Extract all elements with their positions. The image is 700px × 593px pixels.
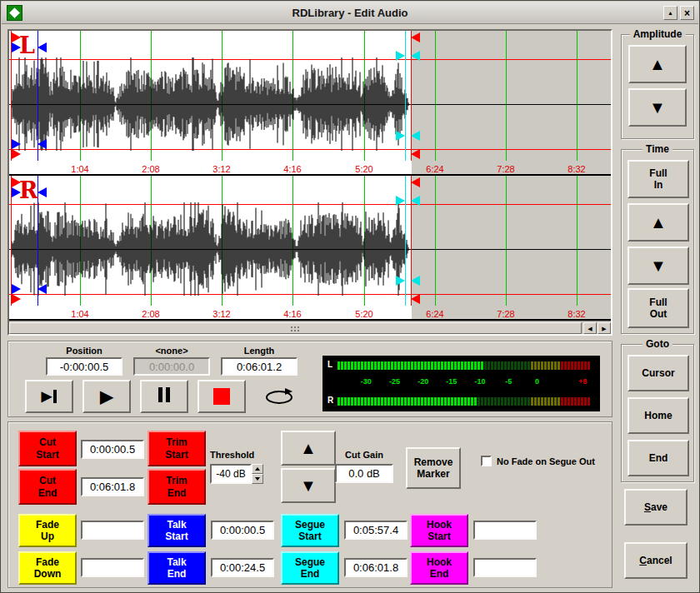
play-icon: ▶: [100, 388, 112, 405]
app-icon[interactable]: [7, 5, 22, 21]
waveform-scrollbar[interactable]: ◀ ▶: [9, 321, 611, 334]
svg-text:1:04: 1:04: [71, 164, 88, 174]
svg-text:4:16: 4:16: [283, 309, 301, 319]
marker-field: 0:00:00.0: [133, 357, 210, 376]
svg-text:6:24: 6:24: [426, 309, 443, 319]
waveform-left-channel[interactable]: 1:042:083:124:165:206:247:288:32 L: [9, 31, 611, 176]
cut-end-button[interactable]: Cut End: [18, 469, 77, 505]
goto-group: Goto Cursor Home End: [621, 344, 694, 482]
scroll-left-icon: ◀: [588, 326, 592, 331]
right-channel-label: R: [19, 177, 38, 203]
play-from-start-button[interactable]: ▶: [25, 380, 73, 413]
svg-text:2:08: 2:08: [142, 164, 159, 174]
pause-icon: [157, 387, 172, 405]
loop-icon: [263, 388, 295, 405]
svg-text:5:20: 5:20: [355, 164, 372, 174]
down-triangle-icon: ▼: [650, 257, 667, 274]
gain-down-button[interactable]: ▼: [281, 468, 336, 503]
time-zoom-out-button[interactable]: ▼: [628, 247, 689, 285]
down-triangle-icon: ▼: [300, 477, 317, 494]
talk-end-button[interactable]: Talk End: [148, 551, 206, 585]
threshold-label: Threshold: [210, 450, 254, 460]
audio-meter: L -30-25-20-15-10-50+8 R: [322, 356, 600, 411]
length-label: Length: [221, 346, 298, 356]
talk-end-field[interactable]: 0:00:24.5: [211, 558, 274, 577]
remove-marker-button[interactable]: Remove Marker: [406, 447, 461, 489]
up-triangle-icon: ▲: [650, 214, 667, 231]
close-button[interactable]: ×: [680, 6, 694, 20]
threshold-up-button[interactable]: [252, 464, 263, 474]
goto-cursor-button[interactable]: Cursor: [628, 355, 689, 391]
gain-up-button[interactable]: ▲: [281, 431, 336, 466]
hook-end-field[interactable]: [473, 558, 537, 577]
up-triangle-icon: ▲: [649, 56, 666, 72]
goto-group-title: Goto: [642, 338, 672, 350]
goto-end-button[interactable]: End: [628, 440, 689, 476]
meter-right-bar: [338, 397, 594, 406]
scroll-left-button[interactable]: ◀: [583, 322, 597, 334]
svg-text:8:32: 8:32: [568, 309, 585, 319]
svg-text:2:08: 2:08: [142, 309, 159, 319]
cut-gain-field[interactable]: 0.0 dB: [335, 464, 393, 483]
segue-start-field[interactable]: 0:05:57.4: [344, 521, 408, 540]
time-zoom-in-button[interactable]: ▲: [628, 203, 689, 242]
trim-start-button[interactable]: Trim Start: [148, 431, 206, 466]
fade-up-field[interactable]: [81, 521, 144, 540]
segue-end-button[interactable]: Segue End: [281, 551, 339, 585]
down-triangle-icon: [255, 477, 260, 481]
down-triangle-icon: ▼: [649, 99, 666, 116]
cut-start-button[interactable]: Cut Start: [18, 431, 77, 466]
threshold-spinbox[interactable]: -40 dB: [210, 464, 263, 484]
svg-text:3:12: 3:12: [212, 164, 230, 174]
threshold-down-button[interactable]: [252, 474, 263, 484]
segue-end-field[interactable]: 0:06:01.8: [344, 558, 408, 577]
fade-down-field[interactable]: [81, 558, 144, 577]
pause-button[interactable]: [140, 380, 188, 413]
cut-gain-label: Cut Gain: [335, 450, 393, 460]
left-channel-label: L: [19, 32, 35, 58]
no-fade-checkbox[interactable]: [481, 456, 492, 466]
fade-down-button[interactable]: Fade Down: [18, 551, 77, 585]
scrollbar-grip-icon: [291, 326, 292, 328]
hook-start-button[interactable]: Hook Start: [410, 514, 468, 547]
amplitude-down-button[interactable]: ▼: [628, 88, 687, 127]
titlebar: RDLibrary - Edit Audio ▲ ×: [2, 2, 698, 24]
fade-up-button[interactable]: Fade Up: [18, 514, 77, 547]
waveform-display[interactable]: 1:042:083:124:165:206:247:288:32 L 1:042…: [8, 29, 612, 336]
position-field: -0:00:00.5: [46, 357, 122, 376]
meter-scale: -30-25-20-15-10-50+8: [338, 376, 594, 389]
cut-start-field[interactable]: 0:00:00.5: [81, 440, 144, 459]
stop-button[interactable]: [198, 380, 246, 413]
cancel-button[interactable]: Cancel: [624, 542, 688, 579]
shade-button[interactable]: ▲: [663, 6, 678, 20]
hook-end-button[interactable]: Hook End: [410, 551, 468, 585]
amplitude-up-button[interactable]: ▲: [628, 45, 687, 83]
full-in-button[interactable]: Full In: [628, 160, 689, 198]
cut-end-field[interactable]: 0:06:01.8: [81, 477, 144, 496]
save-button[interactable]: Save: [624, 489, 688, 526]
svg-text:1:04: 1:04: [71, 309, 88, 319]
trim-end-button[interactable]: Trim End: [148, 469, 206, 505]
hook-start-field[interactable]: [473, 521, 537, 540]
waveform-right-channel[interactable]: 1:042:083:124:165:206:247:288:32 R: [9, 176, 611, 321]
full-out-button[interactable]: Full Out: [628, 288, 689, 328]
play-button[interactable]: ▶: [82, 380, 131, 413]
threshold-value[interactable]: -40 dB: [210, 464, 252, 484]
svg-text:3:12: 3:12: [212, 309, 230, 319]
time-group-title: Time: [642, 143, 672, 155]
scrollbar-thumb[interactable]: [9, 322, 582, 334]
scroll-right-button[interactable]: ▶: [598, 322, 611, 334]
meter-left-bar: [338, 361, 594, 370]
left-waveform: 1:042:083:124:165:206:247:288:32: [9, 31, 611, 176]
meter-right-label: R: [328, 396, 333, 405]
svg-text:4:16: 4:16: [283, 164, 301, 174]
talk-start-button[interactable]: Talk Start: [148, 514, 206, 547]
marker-label: <none>: [133, 346, 210, 356]
loop-button[interactable]: [255, 380, 303, 413]
app-icon-glyph: [9, 7, 20, 18]
segue-start-button[interactable]: Segue Start: [281, 514, 339, 547]
svg-text:6:24: 6:24: [426, 164, 443, 174]
talk-start-field[interactable]: 0:00:00.5: [211, 521, 274, 540]
position-label: Position: [46, 346, 122, 356]
goto-home-button[interactable]: Home: [628, 397, 689, 434]
